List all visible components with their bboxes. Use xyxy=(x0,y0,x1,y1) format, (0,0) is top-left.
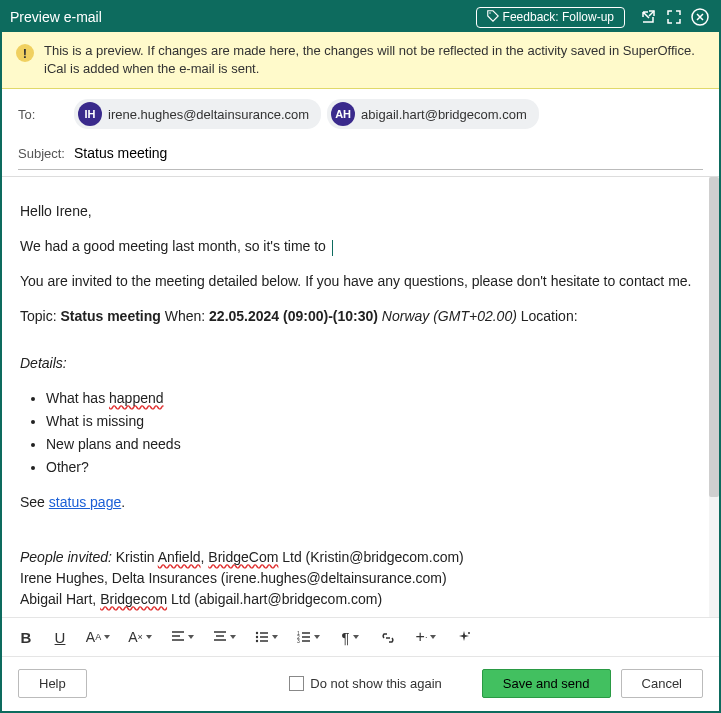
chevron-down-icon xyxy=(430,635,436,639)
bullet-list-button[interactable] xyxy=(248,624,284,650)
details-label: Details: xyxy=(20,353,701,374)
svg-point-3 xyxy=(255,636,257,638)
help-button[interactable]: Help xyxy=(18,669,87,698)
body-line: You are invited to the meeting detailed … xyxy=(20,271,701,292)
warning-text: This is a preview. If changes are made h… xyxy=(44,42,705,78)
list-item: What has happend xyxy=(46,388,701,409)
people-invited: People invited: Kristin Anfield, BridgeC… xyxy=(20,547,701,610)
svg-point-8 xyxy=(468,632,470,634)
paragraph-button[interactable]: ¶ xyxy=(332,624,368,650)
list-item: New plans and needs xyxy=(46,434,701,455)
chevron-down-icon xyxy=(230,635,236,639)
subject-input[interactable] xyxy=(74,141,703,165)
link-button[interactable] xyxy=(374,624,402,650)
recipient-email: irene.hughes@deltainsurance.com xyxy=(108,107,309,122)
number-list-button[interactable]: 123 xyxy=(290,624,326,650)
underline-button[interactable]: U xyxy=(46,624,74,650)
body-line: We had a good meeting last month, so it'… xyxy=(20,236,701,257)
email-body[interactable]: Hello Irene, We had a good meeting last … xyxy=(2,177,719,617)
checkbox-icon xyxy=(289,676,304,691)
chevron-down-icon xyxy=(146,635,152,639)
recipient-chip[interactable]: IH irene.hughes@deltainsurance.com xyxy=(74,99,321,129)
recipient-chip[interactable]: AH abigail.hart@bridgecom.com xyxy=(327,99,539,129)
titlebar: Preview e-mail Feedback: Follow-up xyxy=(2,2,719,32)
chevron-down-icon xyxy=(314,635,320,639)
details-list: What has happend What is missing New pla… xyxy=(46,388,701,478)
email-header: To: IH irene.hughes@deltainsurance.com A… xyxy=(2,89,719,177)
avatar: IH xyxy=(78,102,102,126)
warning-banner: ! This is a preview. If changes are made… xyxy=(2,32,719,89)
close-icon[interactable] xyxy=(689,6,711,28)
chevron-down-icon xyxy=(272,635,278,639)
meeting-line: Topic: Status meeting When: 22.05.2024 (… xyxy=(20,306,701,327)
align-center-button[interactable] xyxy=(206,624,242,650)
text-cursor xyxy=(332,240,333,256)
avatar: AH xyxy=(331,102,355,126)
list-item: What is missing xyxy=(46,411,701,432)
list-item: Other? xyxy=(46,457,701,478)
see-line: See status page. xyxy=(20,492,701,513)
chevron-down-icon xyxy=(188,635,194,639)
scrollbar[interactable] xyxy=(709,177,719,617)
tag-icon xyxy=(487,10,499,25)
insert-button[interactable]: +· xyxy=(408,624,444,650)
body-greeting: Hello Irene, xyxy=(20,201,701,222)
bold-button[interactable]: B xyxy=(12,624,40,650)
svg-text:3: 3 xyxy=(297,638,300,643)
svg-point-0 xyxy=(489,12,491,14)
sparkle-button[interactable] xyxy=(450,624,478,650)
scrollbar-thumb[interactable] xyxy=(709,177,719,497)
fullscreen-icon[interactable] xyxy=(663,6,685,28)
to-label: To: xyxy=(18,107,74,122)
font-size-button[interactable]: AA xyxy=(80,624,116,650)
svg-point-2 xyxy=(255,632,257,634)
body-wrapper: Hello Irene, We had a good meeting last … xyxy=(2,177,719,617)
dont-show-label: Do not show this again xyxy=(310,676,442,691)
subject-row: Subject: xyxy=(18,141,703,170)
feedback-button[interactable]: Feedback: Follow-up xyxy=(476,7,625,28)
popout-icon[interactable] xyxy=(637,6,659,28)
recipient-email: abigail.hart@bridgecom.com xyxy=(361,107,527,122)
clear-format-button[interactable]: A× xyxy=(122,624,158,650)
chevron-down-icon xyxy=(353,635,359,639)
chevron-down-icon xyxy=(104,635,110,639)
to-row: To: IH irene.hughes@deltainsurance.com A… xyxy=(18,99,703,129)
window-title: Preview e-mail xyxy=(10,9,476,25)
dialog-footer: Help Do not show this again Save and sen… xyxy=(2,657,719,710)
align-left-button[interactable] xyxy=(164,624,200,650)
save-send-button[interactable]: Save and send xyxy=(482,669,611,698)
feedback-label: Feedback: Follow-up xyxy=(503,10,614,24)
cancel-button[interactable]: Cancel xyxy=(621,669,703,698)
editor-toolbar: B U AA A× 123 ¶ +· xyxy=(2,617,719,657)
warning-icon: ! xyxy=(16,44,34,62)
subject-label: Subject: xyxy=(18,146,74,161)
dont-show-checkbox[interactable]: Do not show this again xyxy=(289,676,442,691)
status-page-link[interactable]: status page xyxy=(49,494,121,510)
svg-point-4 xyxy=(255,640,257,642)
